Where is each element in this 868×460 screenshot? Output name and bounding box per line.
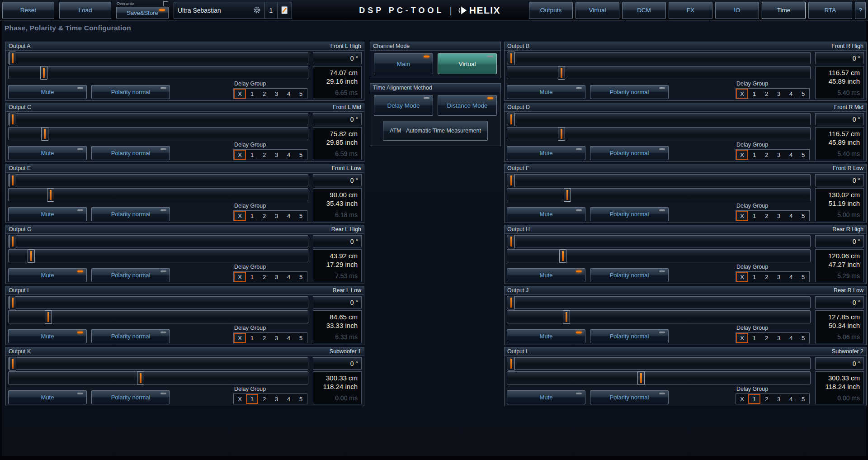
polarity-button[interactable]: Polarity normal [91, 390, 170, 404]
mute-button[interactable]: Mute [8, 329, 87, 343]
delay-group-option-2[interactable]: 2 [760, 333, 773, 343]
delay-group-option-3[interactable]: 3 [773, 211, 785, 221]
delay-group-option-2[interactable]: 2 [760, 150, 773, 160]
mute-button[interactable]: Mute [8, 207, 87, 221]
delay-group-option-5[interactable]: 5 [797, 333, 809, 343]
delay-group-option-5[interactable]: 5 [797, 272, 809, 282]
delay-group-option-3[interactable]: 3 [773, 272, 785, 282]
distance-slider[interactable] [8, 127, 308, 140]
delay-group-option-4[interactable]: 4 [785, 394, 797, 404]
phase-slider[interactable] [8, 235, 308, 247]
mute-button[interactable]: Mute [507, 329, 585, 343]
delay-group-option-3[interactable]: 3 [270, 89, 283, 99]
phase-slider[interactable] [8, 174, 308, 186]
delay-group-option-4[interactable]: 4 [785, 272, 797, 282]
distance-slider-handle[interactable] [558, 127, 565, 141]
polarity-button[interactable]: Polarity normal [91, 146, 170, 160]
delay-group-option-x[interactable]: X [736, 150, 748, 160]
polarity-button[interactable]: Polarity normal [590, 146, 669, 160]
delay-group-option-4[interactable]: 4 [785, 333, 797, 343]
distance-slider[interactable] [8, 188, 308, 201]
distance-slider[interactable] [8, 66, 308, 79]
polarity-button[interactable]: Polarity normal [590, 85, 669, 99]
tab-help[interactable]: ? [855, 2, 866, 19]
polarity-button[interactable]: Polarity normal [91, 268, 170, 282]
phase-slider-handle[interactable] [9, 113, 16, 126]
delay-group-option-3[interactable]: 3 [270, 394, 283, 404]
delay-group-option-1[interactable]: 1 [246, 394, 258, 404]
phase-slider[interactable] [8, 52, 308, 64]
distance-slider-handle[interactable] [45, 310, 52, 324]
phase-slider[interactable] [8, 296, 308, 308]
distance-slider[interactable] [507, 66, 811, 79]
tab-dcm[interactable]: DCM [622, 2, 666, 19]
delay-group-option-2[interactable]: 2 [258, 272, 270, 282]
save-store-button[interactable]: Save&Store [116, 7, 169, 19]
reset-button[interactable]: Reset [2, 2, 54, 19]
delay-group-option-x[interactable]: X [234, 394, 246, 404]
delay-group-option-1[interactable]: 1 [748, 150, 760, 160]
delay-group-option-4[interactable]: 4 [283, 394, 295, 404]
phase-slider-handle[interactable] [508, 174, 515, 187]
delay-group-option-3[interactable]: 3 [773, 150, 785, 160]
delay-group-option-3[interactable]: 3 [773, 394, 785, 404]
mute-button[interactable]: Mute [507, 268, 585, 282]
distance-slider-handle[interactable] [558, 66, 565, 80]
distance-slider[interactable] [507, 310, 811, 323]
delay-group-option-3[interactable]: 3 [773, 89, 785, 99]
delay-group-option-2[interactable]: 2 [258, 394, 270, 404]
tab-rta[interactable]: RTA [808, 2, 852, 19]
tab-outputs[interactable]: Outputs [529, 2, 573, 19]
device-name-field[interactable]: Ultra Sebastian [174, 2, 264, 19]
delay-group-option-x[interactable]: X [736, 211, 748, 221]
phase-slider[interactable] [507, 235, 811, 247]
delay-group-option-3[interactable]: 3 [773, 333, 785, 343]
phase-slider[interactable] [507, 357, 811, 370]
delay-group-option-5[interactable]: 5 [295, 272, 307, 282]
delay-group-option-3[interactable]: 3 [270, 333, 283, 343]
phase-slider-handle[interactable] [508, 296, 515, 309]
phase-slider-handle[interactable] [9, 235, 16, 248]
phase-slider-handle[interactable] [508, 357, 515, 370]
delay-group-option-4[interactable]: 4 [283, 89, 295, 99]
mute-button[interactable]: Mute [8, 390, 87, 404]
mute-button[interactable]: Mute [507, 85, 585, 99]
delay-mode-button[interactable]: Delay Mode [374, 95, 433, 116]
delay-group-option-2[interactable]: 2 [760, 272, 773, 282]
delay-group-option-2[interactable]: 2 [760, 394, 773, 404]
delay-group-option-x[interactable]: X [234, 89, 246, 99]
distance-slider[interactable] [8, 371, 308, 384]
mute-button[interactable]: Mute [507, 146, 585, 160]
mute-button[interactable]: Mute [507, 390, 585, 404]
phase-slider[interactable] [507, 113, 811, 125]
delay-group-option-4[interactable]: 4 [283, 150, 295, 160]
phase-slider-handle[interactable] [9, 357, 16, 370]
delay-group-option-x[interactable]: X [234, 150, 246, 160]
polarity-button[interactable]: Polarity normal [590, 207, 669, 221]
mute-button[interactable]: Mute [8, 85, 87, 99]
distance-slider-handle[interactable] [137, 371, 144, 385]
polarity-button[interactable]: Polarity normal [590, 268, 669, 282]
tab-time[interactable]: Time [762, 2, 806, 19]
distance-slider-handle[interactable] [637, 371, 645, 385]
mute-button[interactable]: Mute [507, 207, 585, 221]
phase-slider-handle[interactable] [508, 52, 515, 65]
tab-fx[interactable]: FX [669, 2, 712, 19]
delay-group-option-5[interactable]: 5 [295, 150, 307, 160]
mute-button[interactable]: Mute [8, 268, 87, 282]
delay-group-option-5[interactable]: 5 [295, 211, 307, 221]
distance-slider-handle[interactable] [559, 249, 566, 263]
distance-slider[interactable] [507, 188, 811, 201]
delay-group-option-1[interactable]: 1 [246, 89, 258, 99]
distance-slider-handle[interactable] [563, 310, 570, 324]
distance-slider-handle[interactable] [40, 66, 47, 80]
phase-slider[interactable] [507, 296, 811, 308]
delay-group-option-x[interactable]: X [736, 394, 748, 404]
delay-group-option-5[interactable]: 5 [295, 89, 307, 99]
phase-slider[interactable] [8, 113, 308, 125]
delay-group-option-2[interactable]: 2 [258, 333, 270, 343]
distance-mode-button[interactable]: Distance Mode [438, 95, 497, 116]
distance-slider[interactable] [507, 249, 811, 262]
phase-slider[interactable] [8, 357, 308, 370]
polarity-button[interactable]: Polarity normal [590, 390, 669, 404]
